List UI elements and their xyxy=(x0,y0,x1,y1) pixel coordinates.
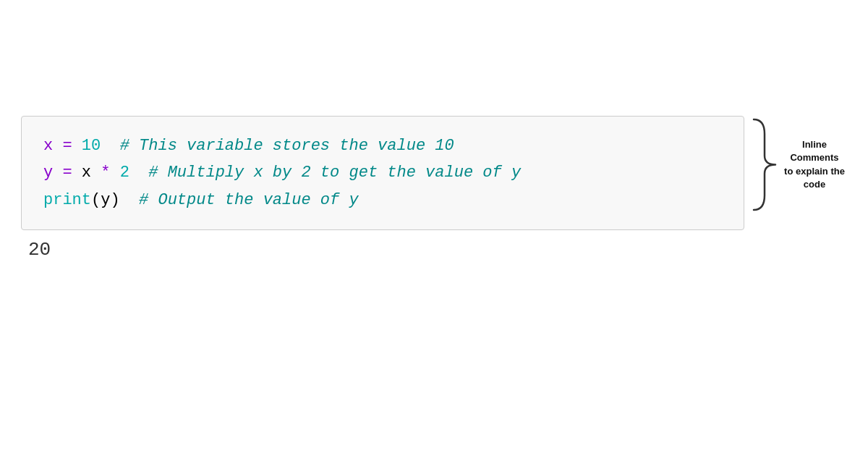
func-print: print xyxy=(43,191,91,209)
space-6 xyxy=(120,191,139,209)
op-eq-2: = xyxy=(62,164,72,182)
code-line-3: print(y) # Output the value of y xyxy=(43,187,722,214)
var-x: x xyxy=(43,137,62,155)
code-line-2: y = x * 2 # Multiply x by 2 to get the v… xyxy=(43,159,722,186)
code-block-wrapper: x = 10 # This variable stores the value … xyxy=(21,116,744,261)
val-10: 10 xyxy=(82,137,101,155)
space-4 xyxy=(110,164,119,182)
space-1 xyxy=(72,137,82,155)
code-box: x = 10 # This variable stores the value … xyxy=(21,116,744,230)
output-block: 20 xyxy=(21,239,744,261)
space-2 xyxy=(101,137,119,155)
brace-svg xyxy=(750,116,779,214)
page-container: x = 10 # This variable stores the value … xyxy=(0,0,868,456)
comment-2: # Multiply x by 2 to get the value of y xyxy=(148,164,521,182)
comment-3: # Output the value of y xyxy=(139,191,359,209)
space-5 xyxy=(129,164,148,182)
output-value: 20 xyxy=(28,239,51,261)
val-2: 2 xyxy=(120,164,129,182)
var-y: y xyxy=(43,164,62,182)
annotation-wrapper: Inline Comments to explain the code xyxy=(750,116,847,214)
op-eq-1: = xyxy=(62,137,72,155)
op-mul: * xyxy=(101,164,110,182)
comment-1: # This variable stores the value 10 xyxy=(120,137,454,155)
func-args: (y) xyxy=(91,191,120,209)
annotation-label: Inline Comments to explain the code xyxy=(782,138,847,191)
code-line-1: x = 10 # This variable stores the value … xyxy=(43,132,722,159)
space-3: x xyxy=(72,164,101,182)
code-and-annotation: x = 10 # This variable stores the value … xyxy=(21,116,847,261)
